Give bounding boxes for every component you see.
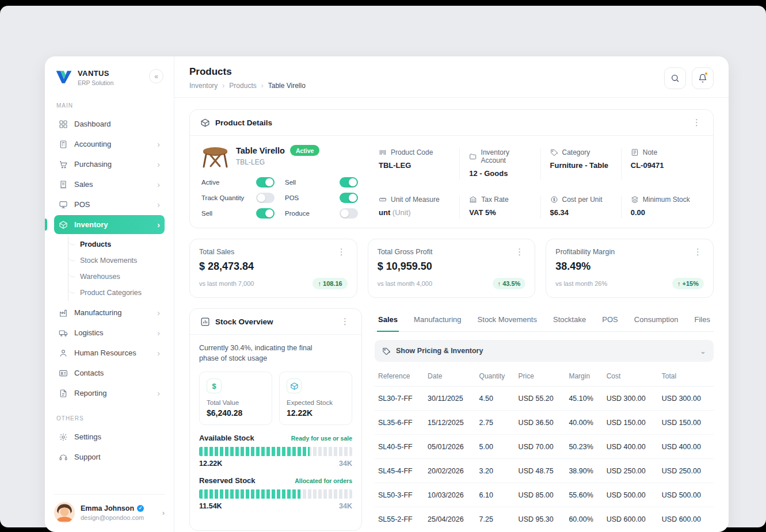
- toggle-active[interactable]: [256, 177, 275, 187]
- col-reference: Reference: [375, 365, 424, 386]
- sidebar-item-settings[interactable]: Settings: [54, 427, 165, 446]
- vantus-logo-icon: [55, 69, 73, 85]
- stock-description: Currently 30.4%, indicating the final ph…: [199, 343, 331, 363]
- tab-consumption[interactable]: Consumption: [633, 311, 680, 332]
- product-name: Table Virello: [236, 146, 285, 155]
- tab-manufacturing[interactable]: Manufacturing: [413, 311, 462, 332]
- table-row: SL55-2-FF 25/04/2026 7.25 USD 95.30 60.0…: [375, 507, 714, 531]
- sidebar-item-accounting[interactable]: Accounting ›: [54, 135, 165, 154]
- cart-icon: [59, 159, 68, 169]
- sidebar-item-label: Support: [74, 453, 101, 461]
- sidebar-item-purchasing[interactable]: Purchasing ›: [54, 155, 165, 174]
- chevron-right-icon: ›: [222, 82, 224, 90]
- reference-link[interactable]: SL35-6-FF: [375, 411, 424, 435]
- tab-stocktake[interactable]: Stocktake: [552, 311, 587, 332]
- reference-link[interactable]: SL55-2-FF: [375, 507, 424, 531]
- breadcrumb-products[interactable]: Products: [229, 82, 256, 90]
- col-date: Date: [424, 365, 475, 386]
- chevron-right-icon: ›: [157, 160, 160, 169]
- show-pricing-inventory-toggle[interactable]: Show Pricing & Inventory ⌄: [375, 340, 714, 362]
- col-margin: Margin: [565, 365, 603, 386]
- field-cost-per-unit: Cost per Unit $6.34: [540, 196, 621, 219]
- chevron-right-icon: ›: [157, 201, 160, 209]
- dollar-icon: $: [207, 378, 222, 393]
- user-profile[interactable]: Emma Johnson ✓ design@opondoo.com ›: [54, 494, 165, 523]
- page-header: Products Inventory › Products › Table Vi…: [174, 56, 729, 98]
- reference-link[interactable]: SL40-5-FF: [375, 435, 424, 459]
- sidebar-subitem-product-categories[interactable]: Product Categories: [68, 285, 165, 301]
- sidebar-subitem-products[interactable]: Products: [68, 236, 165, 252]
- sidebar-item-dashboard[interactable]: Dashboard: [54, 114, 165, 133]
- sidebar-item-contacts[interactable]: Contacts: [54, 363, 165, 382]
- field-inventory-account: Inventory Account 12 - Goods: [459, 148, 540, 179]
- sidebar-item-label: Purchasing: [74, 160, 112, 169]
- notifications-button[interactable]: [692, 67, 714, 89]
- chevron-right-icon: ›: [157, 140, 160, 148]
- sidebar-item-label: Reporting: [74, 389, 106, 397]
- kpi-compare: vs last month 26%: [555, 280, 607, 287]
- kpi-change-badge: ↑ 43.5%: [493, 278, 526, 289]
- chevron-right-icon: ›: [162, 508, 165, 517]
- sidebar-item-inventory[interactable]: Inventory ›: [54, 215, 165, 234]
- sidebar-item-label: Sales: [74, 180, 93, 189]
- kebab-menu-icon[interactable]: ⋮: [336, 247, 348, 257]
- sidebar-item-label: Dashboard: [74, 120, 111, 128]
- breadcrumb-inventory[interactable]: Inventory: [189, 82, 218, 90]
- toggle-label: POS: [285, 194, 299, 201]
- field-note: Note CL-09471: [621, 148, 702, 179]
- toggle-label: Sell: [285, 179, 296, 186]
- available-stock-group: Available Stock Ready for use or sale 12…: [199, 434, 352, 468]
- kpi-value: $ 28,473.84: [199, 261, 348, 273]
- reserved-stock-bar: [199, 489, 352, 499]
- kebab-menu-icon[interactable]: ⋮: [691, 117, 703, 128]
- sidebar-collapse-button[interactable]: «: [149, 69, 163, 83]
- sidebar-subitem-warehouses[interactable]: Warehouses: [68, 269, 165, 285]
- col-cost: Cost: [603, 365, 658, 386]
- sidebar-item-pos[interactable]: POS ›: [54, 195, 165, 214]
- tab-sales[interactable]: Sales: [377, 311, 399, 332]
- sidebar-item-sales[interactable]: Sales ›: [54, 175, 165, 194]
- reference-link[interactable]: SL30-7-FF: [375, 386, 424, 411]
- gear-icon: [59, 432, 68, 442]
- col-quantity: Quantity: [476, 365, 515, 386]
- receipt-icon: [59, 179, 68, 189]
- subitem-label: Product Categories: [80, 289, 142, 297]
- collapse-icon: «: [154, 72, 158, 81]
- kebab-menu-icon[interactable]: ⋮: [692, 247, 704, 257]
- tab-files[interactable]: Files: [693, 311, 711, 332]
- toggle-pos[interactable]: [340, 193, 358, 203]
- sidebar-item-manufacturing[interactable]: Manufacturing ›: [54, 303, 165, 322]
- tab-stock-movements[interactable]: Stock Movements: [477, 311, 538, 332]
- toggle-produce[interactable]: [340, 208, 358, 219]
- kebab-menu-icon[interactable]: ⋮: [340, 316, 351, 327]
- field-product-code: Product Code TBL-LEG: [379, 148, 459, 179]
- toggle-sell-2[interactable]: [256, 208, 275, 219]
- kebab-menu-icon[interactable]: ⋮: [514, 247, 525, 257]
- available-stock-bar: [199, 447, 352, 456]
- toggle-label: Sell: [201, 210, 212, 217]
- sidebar-subitem-stock-movements[interactable]: Stock Movements: [68, 252, 165, 269]
- toggle-sell[interactable]: [340, 177, 358, 187]
- sidebar-item-support[interactable]: Support: [54, 447, 165, 466]
- stat-total-value: $ Total Value $6,240.28: [199, 372, 272, 425]
- sidebar-item-label: POS: [74, 200, 90, 209]
- reference-link[interactable]: SL45-4-FF: [375, 459, 424, 483]
- toggle-track-quantity[interactable]: [256, 193, 275, 203]
- chevron-right-icon: ›: [157, 309, 160, 317]
- sidebar-item-reporting[interactable]: Reporting ›: [54, 384, 165, 403]
- id-card-icon: [59, 368, 68, 378]
- section-label-main: MAIN: [56, 102, 162, 109]
- tab-pos[interactable]: POS: [601, 311, 619, 332]
- sidebar-item-label: Human Resources: [74, 349, 136, 357]
- note-icon: [631, 148, 639, 156]
- chevron-right-icon: ›: [157, 221, 160, 229]
- section-label-others: OTHERS: [56, 415, 162, 422]
- verified-badge-icon: ✓: [137, 505, 144, 512]
- sidebar-item-logistics[interactable]: Logistics ›: [54, 323, 165, 342]
- sales-table: Reference Date Quantity Price Margin Cos…: [375, 365, 714, 531]
- kpi-title: Total Sales: [199, 248, 234, 256]
- search-button[interactable]: [664, 67, 686, 89]
- table-header-row: Reference Date Quantity Price Margin Cos…: [375, 365, 714, 386]
- reference-link[interactable]: SL50-3-FF: [375, 483, 424, 507]
- sidebar-item-human-resources[interactable]: Human Resources ›: [54, 343, 165, 362]
